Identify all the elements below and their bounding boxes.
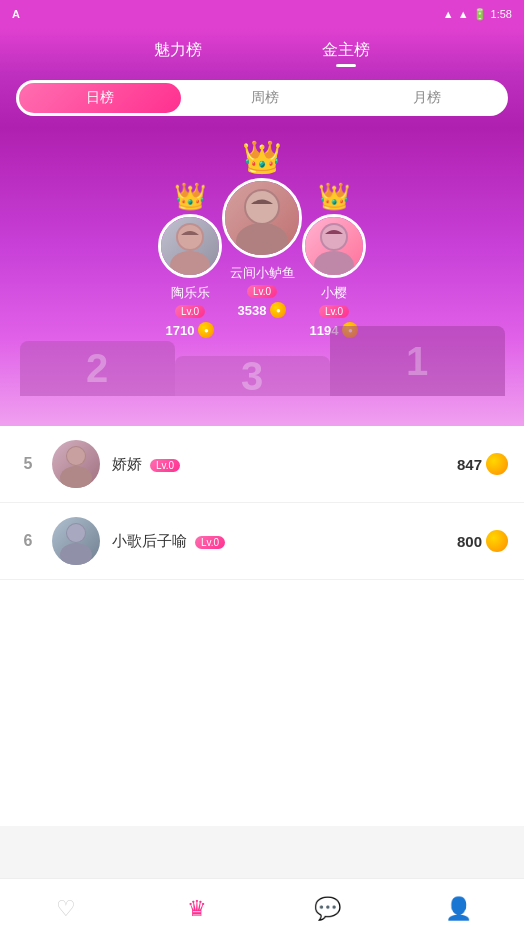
list-info: 小歌后子喻 Lv.0 xyxy=(112,532,457,551)
svg-point-5 xyxy=(246,191,278,223)
coin-icon-rank1: ● xyxy=(270,302,286,318)
list-avatar xyxy=(52,517,100,565)
status-right: ▲ ▲ 🔋 1:58 xyxy=(443,8,512,21)
chat-icon: 💬 xyxy=(314,896,341,922)
nav-chat[interactable]: 💬 xyxy=(298,884,358,934)
avatar-rank2 xyxy=(158,214,222,278)
stand-rank1: 1 xyxy=(330,326,505,396)
avatar-img-rank3 xyxy=(305,217,363,275)
podium-rank2[interactable]: 👑 陶乐乐 Lv.0 1710 ● xyxy=(158,181,222,338)
tab-charm-list[interactable]: 魅力榜 xyxy=(94,40,262,61)
list-avatar xyxy=(52,440,100,488)
tab-daily[interactable]: 日榜 xyxy=(19,83,181,113)
avatar-img-rank2 xyxy=(161,217,219,275)
list-score: 800 xyxy=(457,530,508,552)
status-bar: A ▲ ▲ 🔋 1:58 xyxy=(0,0,524,28)
crown-rank2: 👑 xyxy=(174,181,206,212)
svg-point-1 xyxy=(170,251,210,275)
svg-point-11 xyxy=(67,447,85,465)
battery-icon: 🔋 xyxy=(473,8,487,21)
score-rank1: 3538 ● xyxy=(238,302,287,318)
svg-point-13 xyxy=(60,543,92,565)
nav-crown[interactable]: ♛ xyxy=(167,884,227,934)
podium-rank1[interactable]: 👑 云间小鲈鱼 Lv.0 3538 ● xyxy=(222,138,302,318)
wifi-icon: ▲ xyxy=(458,8,469,20)
stand-rank2: 2 xyxy=(20,341,175,396)
rank-number: 6 xyxy=(16,532,40,550)
ranking-list: 5 娇娇 Lv.0 847 6 xyxy=(0,426,524,826)
coin-icon xyxy=(486,453,508,475)
nav-heart[interactable]: ♡ xyxy=(36,884,96,934)
tab-weekly[interactable]: 周榜 xyxy=(184,80,346,116)
level-rank2: Lv.0 xyxy=(175,305,205,318)
podium-stands: 2 1 3 xyxy=(0,326,524,396)
svg-point-14 xyxy=(67,524,85,542)
list-name: 娇娇 xyxy=(112,455,142,474)
list-item[interactable]: 5 娇娇 Lv.0 847 xyxy=(0,426,524,503)
avatar-rank3 xyxy=(302,214,366,278)
list-info: 娇娇 Lv.0 xyxy=(112,455,457,474)
svg-point-8 xyxy=(322,225,346,249)
list-name: 小歌后子喻 xyxy=(112,532,187,551)
avatar-rank1 xyxy=(222,178,302,258)
crown-rank1: 👑 xyxy=(242,138,282,176)
list-score: 847 xyxy=(457,453,508,475)
top-nav: 魅力榜 金主榜 xyxy=(0,28,524,72)
name-rank3: 小樱 xyxy=(321,284,347,302)
crown-rank3: 👑 xyxy=(318,181,350,212)
list-level: Lv.0 xyxy=(150,459,180,472)
list-item[interactable]: 6 小歌后子喻 Lv.0 800 xyxy=(0,503,524,580)
list-level: Lv.0 xyxy=(195,536,225,549)
podium-section: 👑 陶乐乐 Lv.0 1710 ● xyxy=(0,128,524,426)
period-tabs: 日榜 周榜 月榜 xyxy=(16,80,508,116)
heart-icon: ♡ xyxy=(56,896,76,922)
rank-number: 5 xyxy=(16,455,40,473)
name-rank2: 陶乐乐 xyxy=(171,284,210,302)
nav-profile[interactable]: 👤 xyxy=(429,884,489,934)
level-rank1: Lv.0 xyxy=(247,285,277,298)
avatar-image xyxy=(52,517,100,565)
time: 1:58 xyxy=(491,8,512,20)
level-rank3: Lv.0 xyxy=(319,305,349,318)
svg-point-10 xyxy=(60,466,92,488)
coin-icon xyxy=(486,530,508,552)
tab-gold-list[interactable]: 金主榜 xyxy=(262,40,430,61)
svg-point-4 xyxy=(236,223,288,255)
podium-users: 👑 陶乐乐 Lv.0 1710 ● xyxy=(0,128,524,318)
profile-icon: 👤 xyxy=(445,896,472,922)
tab-monthly[interactable]: 月榜 xyxy=(346,80,508,116)
name-rank1: 云间小鲈鱼 xyxy=(230,264,295,282)
podium-rank3[interactable]: 👑 小樱 Lv.0 1194 ● xyxy=(302,181,366,338)
signal-icon: ▲ xyxy=(443,8,454,20)
svg-point-2 xyxy=(178,225,202,249)
tab-bar: 日榜 周榜 月榜 xyxy=(0,72,524,128)
crown-nav-icon: ♛ xyxy=(187,896,207,922)
avatar-image xyxy=(52,440,100,488)
bottom-nav: ♡ ♛ 💬 👤 xyxy=(0,878,524,938)
svg-point-7 xyxy=(314,251,354,275)
app-icon: A xyxy=(12,8,20,20)
avatar-img-rank1 xyxy=(225,181,299,255)
stand-rank3: 3 xyxy=(175,356,330,396)
